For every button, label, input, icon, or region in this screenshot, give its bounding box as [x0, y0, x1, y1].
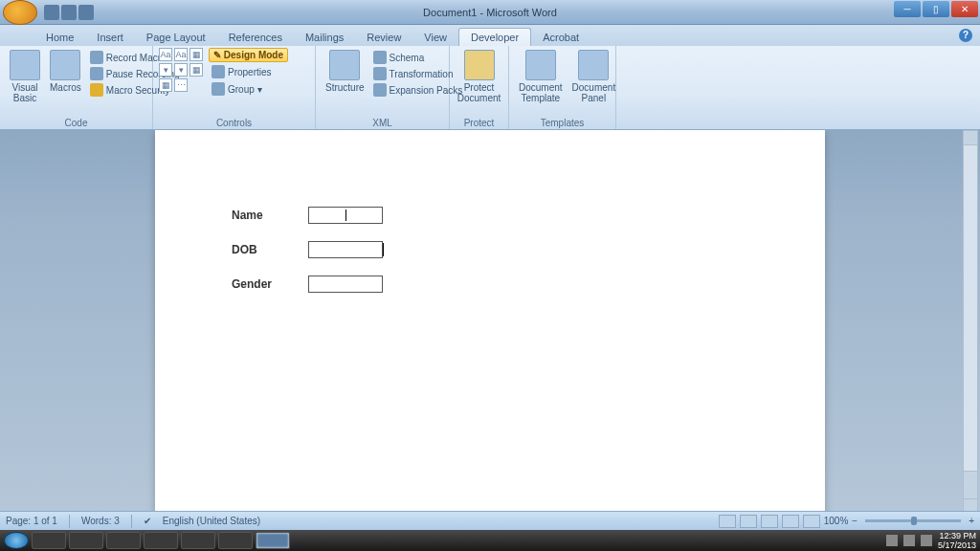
tab-insert[interactable]: Insert: [85, 29, 135, 46]
properties-icon: [212, 65, 225, 78]
properties-button[interactable]: Properties: [209, 64, 288, 79]
visual-basic-icon: [10, 50, 40, 80]
tray-flag-icon[interactable]: [886, 535, 898, 546]
office-button[interactable]: [3, 0, 37, 25]
view-print-icon[interactable]: [719, 515, 736, 528]
zoom-slider[interactable]: [865, 519, 961, 522]
group-label-templates: Templates: [509, 118, 615, 128]
zoom-out-icon[interactable]: −: [852, 516, 858, 526]
visual-basic-button[interactable]: Visual Basic: [6, 48, 44, 105]
help-icon[interactable]: ?: [959, 29, 972, 42]
schema-icon: [373, 51, 387, 64]
view-draft-icon[interactable]: [803, 515, 820, 528]
document-page[interactable]: Name DOB Gender: [155, 130, 825, 515]
label-gender: Gender: [232, 277, 308, 291]
status-page[interactable]: Page: 1 of 1: [6, 516, 57, 526]
zoom-level[interactable]: 100%: [824, 516, 849, 526]
document-template-button[interactable]: Document Template: [515, 48, 567, 105]
record-icon: [90, 51, 103, 64]
group-button[interactable]: Group ▾: [209, 81, 288, 97]
design-mode-button[interactable]: ✎ Design Mode: [209, 48, 288, 62]
tab-references[interactable]: References: [217, 29, 294, 46]
control-more-icon[interactable]: ⋯: [174, 78, 188, 92]
zoom-in-icon[interactable]: +: [969, 516, 974, 526]
document-panel-button[interactable]: Document Panel: [568, 48, 620, 105]
tab-review[interactable]: Review: [355, 29, 412, 46]
status-proof-icon[interactable]: ✔: [144, 516, 151, 526]
group-label-code: Code: [0, 118, 152, 128]
taskbar-app-icon[interactable]: [181, 532, 215, 549]
label-dob: DOB: [232, 243, 308, 256]
qat-undo-icon[interactable]: [61, 5, 77, 20]
scroll-up-icon[interactable]: [964, 131, 977, 145]
taskbar-chrome-icon[interactable]: [32, 532, 66, 549]
control-combo-icon[interactable]: ▾: [159, 63, 172, 77]
control-date-icon[interactable]: ▦: [189, 63, 203, 77]
close-button[interactable]: ✕: [951, 1, 978, 17]
control-text-icon[interactable]: Aa: [174, 48, 188, 61]
qat-save-icon[interactable]: [44, 5, 59, 20]
group-label-xml: XML: [316, 118, 449, 128]
tab-acrobat[interactable]: Acrobat: [531, 29, 590, 46]
status-language[interactable]: English (United States): [163, 516, 260, 526]
maximize-button[interactable]: ▯: [923, 1, 949, 17]
control-legacy-icon[interactable]: ▦: [159, 78, 172, 92]
taskbar-explorer-icon[interactable]: [106, 532, 141, 549]
vertical-scrollbar[interactable]: [963, 130, 978, 515]
structure-button[interactable]: Structure: [322, 48, 368, 98]
tray-volume-icon[interactable]: [921, 535, 932, 546]
window-title: Document1 - Microsoft Word: [423, 7, 557, 18]
protect-icon: [464, 50, 495, 80]
control-dropdown-icon[interactable]: ▾: [174, 63, 188, 77]
tab-page-layout[interactable]: Page Layout: [135, 29, 217, 46]
group-icon: [212, 82, 225, 96]
taskbar-clock[interactable]: 12:39 PM 5/17/2013: [938, 531, 976, 550]
status-words[interactable]: Words: 3: [81, 516, 120, 526]
template-icon: [525, 50, 556, 80]
taskbar-firefox-icon[interactable]: [69, 532, 103, 549]
taskbar-media-icon[interactable]: [218, 532, 253, 549]
label-name: Name: [232, 209, 308, 222]
protect-document-button[interactable]: Protect Document: [456, 48, 502, 105]
taskbar-word-icon[interactable]: [256, 532, 290, 549]
view-web-icon[interactable]: [761, 515, 778, 528]
scroll-down-icon[interactable]: [964, 471, 977, 485]
taskbar-excel-icon[interactable]: [144, 532, 178, 549]
control-richtext-icon[interactable]: Aa: [159, 48, 172, 61]
macros-icon: [50, 50, 80, 80]
transform-icon: [373, 67, 387, 80]
start-button[interactable]: [4, 532, 29, 549]
control-picture-icon[interactable]: ▦: [189, 48, 203, 61]
minimize-button[interactable]: ─: [894, 1, 921, 17]
field-dob[interactable]: [308, 241, 383, 258]
view-fullscreen-icon[interactable]: [740, 515, 757, 528]
tab-developer[interactable]: Developer: [458, 28, 531, 46]
tab-view[interactable]: View: [412, 29, 458, 46]
security-icon: [90, 83, 103, 97]
field-name[interactable]: [308, 207, 383, 224]
tray-network-icon[interactable]: [903, 535, 915, 546]
qat-redo-icon[interactable]: [78, 5, 94, 20]
group-label-controls: Controls: [153, 118, 315, 128]
panel-icon: [578, 50, 609, 80]
macros-button[interactable]: Macros: [46, 48, 85, 105]
pause-icon: [90, 67, 103, 80]
view-outline-icon[interactable]: [782, 515, 799, 528]
field-gender[interactable]: [308, 276, 383, 293]
structure-icon: [329, 50, 360, 80]
prev-page-icon[interactable]: [964, 485, 977, 499]
tab-home[interactable]: Home: [34, 29, 85, 46]
packs-icon: [373, 83, 387, 97]
tab-mailings[interactable]: Mailings: [294, 29, 355, 46]
group-label-protect: Protect: [450, 118, 508, 128]
